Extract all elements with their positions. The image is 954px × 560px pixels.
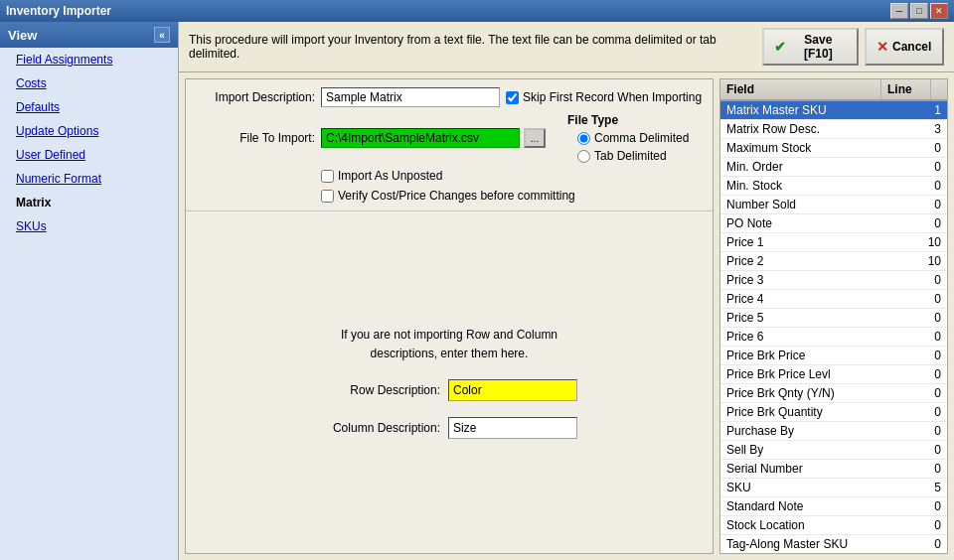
import-unposted-row: Import As Unposted	[196, 169, 703, 183]
table-row[interactable]: Number Sold0	[720, 196, 947, 214]
field-cell: Price Brk Quantity	[720, 403, 897, 421]
comma-delimited-radio[interactable]	[577, 132, 590, 145]
cancel-label: Cancel	[892, 40, 931, 54]
table-row[interactable]: Matrix Master SKU1	[720, 101, 947, 120]
skip-first-checkbox[interactable]	[506, 91, 519, 104]
field-cell: PO Note	[720, 214, 897, 232]
action-buttons: ✔ Save [F10] ✕ Cancel	[762, 28, 944, 66]
table-row[interactable]: PO Note0	[720, 214, 947, 233]
line-cell: 0	[897, 422, 947, 440]
field-cell: Tag-Along Master SKU	[720, 535, 897, 553]
form-panel: Import Description: Skip First Record Wh…	[185, 78, 714, 554]
field-cell: Sell By	[720, 441, 897, 459]
line-cell: 3	[897, 120, 947, 138]
table-row[interactable]: Price Brk Quantity0	[720, 403, 947, 422]
field-table-panel: Field Line Matrix Master SKU1Matrix Row …	[719, 78, 948, 554]
table-row[interactable]: Maximum Stock0	[720, 139, 947, 158]
table-row[interactable]: Price 30	[720, 271, 947, 290]
line-cell: 0	[897, 347, 947, 364]
field-cell: Price Brk Price	[720, 347, 897, 364]
field-cell: Matrix Row Desc.	[720, 120, 897, 138]
field-cell: Price 6	[720, 328, 897, 346]
table-row[interactable]: Price Brk Qnty (Y/N)0	[720, 384, 947, 403]
table-row[interactable]: Price 50	[720, 309, 947, 328]
verify-cost-row: Verify Cost/Price Changes before committ…	[196, 189, 703, 203]
sidebar-item-update-options[interactable]: Update Options	[0, 119, 178, 143]
file-type-radios: Comma Delimited Tab Delimited	[577, 131, 689, 163]
line-cell: 0	[897, 196, 947, 213]
table-row[interactable]: Min. Stock0	[720, 177, 947, 196]
import-unposted-label[interactable]: Import As Unposted	[321, 169, 442, 183]
field-cell: Purchase By	[720, 422, 897, 440]
import-desc-row: Import Description: Skip First Record Wh…	[196, 87, 703, 107]
sidebar-nav: Field AssignmentsCostsDefaultsUpdate Opt…	[0, 48, 178, 238]
table-row[interactable]: Purchase By0	[720, 422, 947, 441]
line-cell: 0	[897, 309, 947, 327]
table-row[interactable]: Price Brk Price0	[720, 347, 947, 365]
import-desc-input[interactable]	[321, 87, 500, 107]
title-bar: Inventory Importer ─ □ ✕	[0, 0, 954, 22]
close-button[interactable]: ✕	[930, 3, 948, 19]
import-unposted-checkbox[interactable]	[321, 170, 334, 183]
field-cell: Price 5	[720, 309, 897, 327]
line-cell: 1	[897, 101, 947, 119]
matrix-section: If you are not importing Row and Column …	[186, 211, 713, 553]
field-cell: Price Brk Qnty (Y/N)	[720, 384, 897, 402]
cancel-button[interactable]: ✕ Cancel	[865, 28, 944, 66]
tab-delimited-radio[interactable]	[577, 150, 590, 163]
line-cell: 0	[897, 535, 947, 553]
table-row[interactable]: Price 40	[720, 290, 947, 309]
field-cell: Price 3	[720, 271, 897, 289]
field-cell: SKU	[720, 479, 897, 496]
maximize-button[interactable]: □	[910, 3, 928, 19]
table-row[interactable]: Price Brk Price Levl0	[720, 365, 947, 384]
sidebar-item-skus[interactable]: SKUs	[0, 214, 178, 238]
field-cell: Matrix Master SKU	[720, 101, 897, 119]
field-cell: Min. Stock	[720, 177, 897, 195]
comma-delimited-label[interactable]: Comma Delimited	[577, 131, 689, 145]
sidebar-item-user-defined[interactable]: User Defined	[0, 143, 178, 167]
table-row[interactable]: Serial Number0	[720, 460, 947, 479]
table-row[interactable]: Standard Note0	[720, 497, 947, 516]
import-settings-section: Import Description: Skip First Record Wh…	[186, 79, 713, 211]
verify-cost-checkbox[interactable]	[321, 190, 334, 203]
sidebar-item-costs[interactable]: Costs	[0, 71, 178, 95]
line-cell: 5	[897, 479, 947, 496]
table-row[interactable]: Price 110	[720, 233, 947, 252]
file-to-import-input[interactable]	[321, 128, 520, 148]
table-row[interactable]: Price 60	[720, 328, 947, 347]
row-desc-label: Row Description:	[321, 383, 440, 397]
field-cell: Price 1	[720, 233, 897, 251]
table-row[interactable]: Sell By0	[720, 441, 947, 460]
line-cell: 0	[897, 384, 947, 402]
table-row[interactable]: Stock Location0	[720, 516, 947, 535]
table-row[interactable]: Matrix Row Desc.3	[720, 120, 947, 139]
table-row[interactable]: SKU5	[720, 479, 947, 497]
browse-button[interactable]: ...	[524, 128, 546, 148]
matrix-info: If you are not importing Row and Column …	[341, 326, 557, 363]
file-type-group: File Type Comma Delimited Tab Delimited	[567, 113, 689, 163]
sidebar-item-numeric-format[interactable]: Numeric Format	[0, 167, 178, 191]
col-desc-input[interactable]	[448, 417, 577, 439]
line-cell: 0	[897, 441, 947, 459]
minimize-button[interactable]: ─	[890, 3, 908, 19]
field-cell: Price 4	[720, 290, 897, 308]
save-icon: ✔	[774, 39, 786, 55]
sidebar-item-matrix[interactable]: Matrix	[0, 191, 178, 214]
table-row[interactable]: Min. Order0	[720, 158, 947, 177]
line-cell: 0	[897, 290, 947, 308]
save-button[interactable]: ✔ Save [F10]	[762, 28, 859, 66]
sidebar-item-field-assignments[interactable]: Field Assignments	[0, 48, 178, 71]
table-row[interactable]: Price 210	[720, 252, 947, 271]
verify-cost-label[interactable]: Verify Cost/Price Changes before committ…	[321, 189, 575, 203]
table-row[interactable]: Tag-Along Master SKU0	[720, 535, 947, 553]
tab-delimited-label[interactable]: Tab Delimited	[577, 149, 689, 163]
sidebar-item-defaults[interactable]: Defaults	[0, 95, 178, 119]
sidebar-collapse-icon[interactable]: «	[154, 27, 170, 43]
sidebar: View « Field AssignmentsCostsDefaultsUpd…	[0, 22, 179, 560]
field-column-header: Field	[720, 79, 881, 99]
sidebar-title: View	[8, 28, 37, 43]
table-body: Matrix Master SKU1Matrix Row Desc.3Maxim…	[720, 101, 947, 553]
skip-first-label[interactable]: Skip First Record When Importing	[506, 90, 702, 104]
row-desc-input[interactable]	[448, 379, 577, 401]
